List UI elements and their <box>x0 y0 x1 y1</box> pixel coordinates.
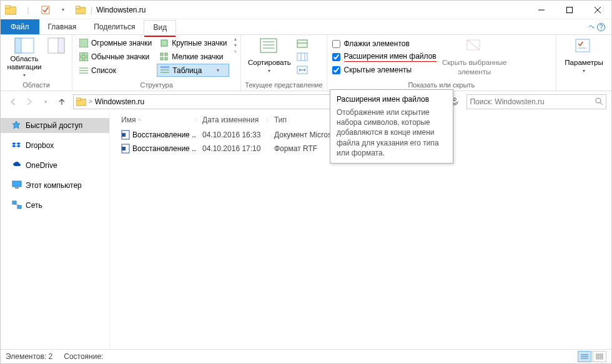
sort-button[interactable]: Сортировать ▾ <box>245 36 294 77</box>
group-by-icon[interactable]: ▾ <box>296 39 308 51</box>
recent-dropdown[interactable]: ▾ <box>38 94 53 109</box>
sidebar-quick-access[interactable]: Быстрый доступ <box>1 118 109 133</box>
svg-point-45 <box>596 98 601 103</box>
svg-rect-55 <box>122 147 126 150</box>
window-title: Windowsten.ru <box>96 6 146 14</box>
group-layout-label: Структура <box>76 80 237 91</box>
chevron-down-icon: ▾ <box>583 68 585 74</box>
svg-rect-4 <box>76 6 80 9</box>
tab-home[interactable]: Главная <box>39 19 86 34</box>
add-columns-icon[interactable]: ▾ <box>296 52 308 64</box>
sidebar-network[interactable]: Сеть <box>1 198 109 213</box>
svg-rect-6 <box>566 7 572 12</box>
large-icons-icon <box>159 38 169 48</box>
details-view-button[interactable] <box>578 351 591 362</box>
col-name[interactable]: Имя^ <box>115 116 196 124</box>
group-options-label <box>560 80 608 91</box>
breadcrumb-item[interactable]: Windowsten.ru <box>95 97 144 106</box>
hide-selected-icon <box>465 37 485 57</box>
chevron-up-icon: ヘ <box>588 22 595 31</box>
check-file-extensions[interactable]: Расширения имен файлов <box>331 51 438 63</box>
content-area: Быстрый доступ Dropbox OneDrive Этот ком… <box>1 112 611 349</box>
svg-rect-50 <box>17 205 21 209</box>
nav-pane-label: Область навигации <box>4 55 44 71</box>
item-count: Элементов: 2 <box>6 352 52 361</box>
window-controls <box>527 1 611 19</box>
huge-icons-icon <box>79 38 89 48</box>
group-current-view: Сортировать ▾ ▾ ▾ Текущее представление <box>241 35 327 91</box>
qat-dropdown-icon[interactable]: ▾ <box>56 2 71 17</box>
svg-rect-61 <box>596 357 599 359</box>
svg-rect-29 <box>260 39 277 52</box>
back-button[interactable] <box>6 94 21 109</box>
tab-file[interactable]: Файл <box>1 19 39 34</box>
sidebar-dropbox[interactable]: Dropbox <box>1 138 109 153</box>
svg-rect-13 <box>79 39 88 47</box>
sidebar-onedrive[interactable]: OneDrive <box>1 158 109 173</box>
svg-line-46 <box>600 102 603 105</box>
forward-button[interactable] <box>22 94 37 109</box>
close-button[interactable] <box>583 1 611 19</box>
scroll-down-icon[interactable]: ▾ <box>234 42 237 48</box>
tooltip: Расширения имен файлов Отображение или с… <box>330 89 453 164</box>
breadcrumb-sep[interactable]: > <box>89 98 92 105</box>
layout-large[interactable]: Крупные значки <box>157 36 229 49</box>
view-toggle <box>578 351 606 362</box>
expand-icon[interactable]: ▿ <box>234 49 237 54</box>
size-columns-icon[interactable] <box>296 65 308 77</box>
help-icon[interactable]: ? <box>597 23 605 31</box>
svg-rect-1 <box>5 6 10 8</box>
sidebar-this-pc[interactable]: Этот компьютер <box>1 178 109 193</box>
search-box[interactable] <box>466 94 606 109</box>
tooltip-body: Отображение или скрытие набора символов,… <box>337 107 447 158</box>
svg-rect-24 <box>160 57 163 60</box>
options-label: Параметры <box>565 59 603 67</box>
maximize-button[interactable] <box>555 1 583 19</box>
group-panes-label: Области <box>4 80 68 91</box>
folder-small-icon <box>73 2 88 17</box>
svg-rect-10 <box>15 38 21 53</box>
layout-normal[interactable]: Обычные значки <box>76 50 154 63</box>
normal-icons-icon <box>79 52 89 62</box>
options-icon <box>574 37 594 57</box>
quick-access-toolbar: | ▾ | <box>1 2 92 17</box>
preview-pane-button[interactable] <box>47 36 68 77</box>
col-date[interactable]: Дата изменения <box>196 116 268 124</box>
properties-icon[interactable] <box>38 2 53 17</box>
nav-pane-button[interactable]: Область навигации ▾ <box>4 36 44 77</box>
svg-rect-59 <box>596 354 599 356</box>
hide-selected-button[interactable]: Скрыть выбранные элементы <box>440 36 509 77</box>
search-input[interactable] <box>470 97 595 106</box>
layout-table[interactable]: Таблица▾ <box>157 64 229 77</box>
sort-icon <box>259 37 279 57</box>
options-button[interactable]: Параметры ▾ <box>560 36 608 77</box>
word-doc-icon <box>121 130 130 140</box>
layout-list[interactable]: Список <box>76 64 154 77</box>
scroll-up-icon[interactable]: ▴ <box>234 36 237 42</box>
layout-huge[interactable]: Огромные значки <box>76 36 154 49</box>
chevron-down-icon: ▾ <box>268 68 270 74</box>
tab-share[interactable]: Поделиться <box>85 19 144 34</box>
check-hidden-items[interactable]: Скрытые элементы <box>331 64 438 76</box>
svg-rect-53 <box>122 133 126 137</box>
sidebar-label: Сеть <box>26 201 42 210</box>
svg-rect-41 <box>576 39 590 52</box>
layout-small[interactable]: Мелкие значки <box>157 50 229 63</box>
svg-rect-44 <box>76 98 81 101</box>
svg-rect-16 <box>79 57 83 61</box>
thumbnails-view-button[interactable] <box>593 351 606 362</box>
check-item-boxes[interactable]: Флажки элементов <box>331 37 438 50</box>
qat-separator: | <box>21 2 36 17</box>
up-button[interactable] <box>54 94 69 109</box>
tab-view[interactable]: Вид <box>144 20 176 35</box>
dropbox-icon <box>12 140 22 150</box>
svg-rect-25 <box>165 57 167 60</box>
title-bar: | ▾ | Windowsten.ru <box>1 1 611 19</box>
search-icon[interactable] <box>595 97 603 106</box>
svg-rect-2 <box>42 6 49 14</box>
address-bar-row: ▾ > Windowsten.ru ▾ <box>1 91 611 112</box>
sidebar-label: Быстрый доступ <box>26 121 82 130</box>
ribbon-collapse[interactable]: ヘ ? <box>582 19 611 34</box>
folder-icon <box>76 97 86 106</box>
minimize-button[interactable] <box>527 1 555 19</box>
